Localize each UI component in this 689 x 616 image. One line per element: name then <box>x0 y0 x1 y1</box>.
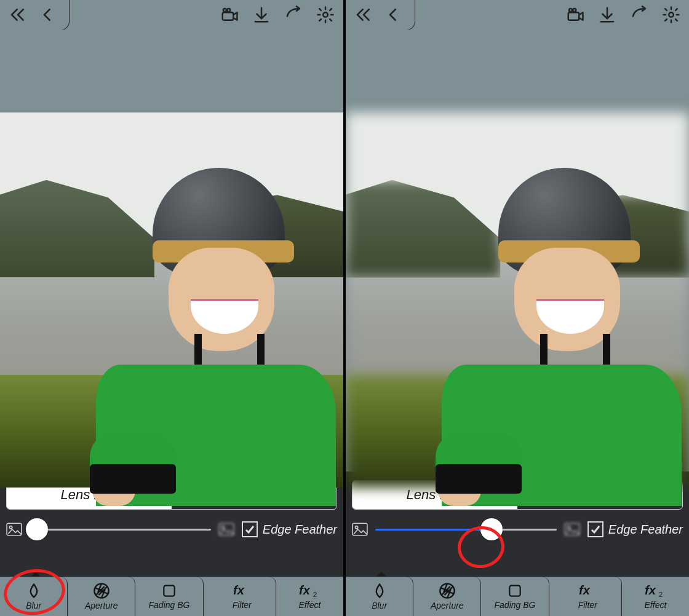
top-toolbar <box>346 0 689 30</box>
image-before-icon <box>6 523 22 536</box>
tab-aperture[interactable]: Aperture <box>68 577 135 616</box>
svg-text:2: 2 <box>659 591 663 598</box>
camera-icon[interactable] <box>565 4 586 25</box>
tab-label: Fading BG <box>149 600 190 610</box>
screenshot-left: Lens Blur Motion Blur Edge Feather Blur … <box>0 0 343 616</box>
blur-strength-slider[interactable] <box>375 521 557 538</box>
svg-rect-17 <box>164 585 174 596</box>
photo <box>0 113 343 488</box>
tab-blur[interactable]: Blur <box>346 577 413 616</box>
settings-icon[interactable] <box>315 4 336 25</box>
share-icon[interactable] <box>629 4 650 25</box>
double-back-icon[interactable] <box>7 4 28 25</box>
svg-point-2 <box>227 9 230 12</box>
svg-text:fx: fx <box>233 583 245 597</box>
download-icon[interactable] <box>251 4 272 25</box>
svg-rect-21 <box>568 12 579 20</box>
tab-label: Filter <box>233 600 252 610</box>
tab-label: Filter <box>578 600 597 610</box>
tab-fading-bg[interactable]: Fading BG <box>481 577 549 616</box>
checkbox-icon <box>587 521 603 537</box>
tab-label: Effect <box>645 600 667 610</box>
edge-feather-checkbox[interactable]: Edge Feather <box>242 521 337 537</box>
tab-label: Effect <box>299 600 321 610</box>
double-back-icon[interactable] <box>353 4 374 25</box>
svg-point-26 <box>669 12 674 17</box>
tab-label: Aperture <box>431 601 464 610</box>
tab-filter[interactable]: fxFilter <box>209 577 276 616</box>
bottom-tabs: Blur Aperture Fading BG fxFilter fx2Effe… <box>346 576 689 616</box>
svg-text:fx: fx <box>299 583 311 597</box>
tab-blur[interactable]: Blur <box>0 577 68 616</box>
slider-knob[interactable] <box>26 518 48 540</box>
bottom-tabs: Blur Aperture Fading BG fxFilter fx2Effe… <box>0 576 343 616</box>
svg-point-22 <box>569 9 572 12</box>
edge-feather-checkbox[interactable]: Edge Feather <box>587 521 683 537</box>
checkbox-label: Edge Feather <box>608 523 683 537</box>
canvas-area[interactable] <box>346 30 689 472</box>
tab-effect[interactable]: fx2Effect <box>276 577 343 616</box>
image-after-icon <box>564 523 580 536</box>
image-before-icon <box>352 523 368 536</box>
tab-label: Blur <box>26 601 41 610</box>
tab-effect[interactable]: fx2Effect <box>622 577 689 616</box>
checkbox-icon <box>242 521 258 537</box>
tab-label: Fading BG <box>495 600 536 610</box>
svg-point-9 <box>221 526 224 529</box>
svg-point-30 <box>567 526 570 529</box>
tab-fading-bg[interactable]: Fading BG <box>135 577 203 616</box>
screenshot-right: Lens Blur Motion Blur Edge Feather Blur <box>346 0 689 616</box>
tab-aperture[interactable]: Aperture <box>413 577 481 616</box>
svg-point-5 <box>323 12 328 17</box>
svg-text:fx: fx <box>579 583 591 597</box>
tab-label: Blur <box>372 601 387 610</box>
download-icon[interactable] <box>597 4 618 25</box>
svg-text:fx: fx <box>645 583 656 597</box>
svg-rect-0 <box>223 12 234 20</box>
svg-point-7 <box>9 526 12 529</box>
settings-icon[interactable] <box>661 4 682 25</box>
svg-point-1 <box>223 9 226 12</box>
checkbox-label: Edge Feather <box>263 523 337 537</box>
photo <box>346 113 689 488</box>
share-icon[interactable] <box>283 4 304 25</box>
back-icon[interactable] <box>37 4 58 25</box>
svg-text:2: 2 <box>313 591 317 598</box>
tab-label: Aperture <box>85 601 118 610</box>
svg-point-23 <box>573 9 576 12</box>
back-icon[interactable] <box>383 4 404 25</box>
blur-strength-slider[interactable] <box>30 521 211 538</box>
svg-point-28 <box>355 526 357 529</box>
canvas-area[interactable] <box>0 30 343 472</box>
top-toolbar <box>0 0 343 30</box>
svg-rect-38 <box>509 585 520 596</box>
camera-icon[interactable] <box>219 4 240 25</box>
slider-knob[interactable] <box>480 518 503 540</box>
tab-filter[interactable]: fxFilter <box>554 577 622 616</box>
image-after-icon <box>218 523 234 536</box>
